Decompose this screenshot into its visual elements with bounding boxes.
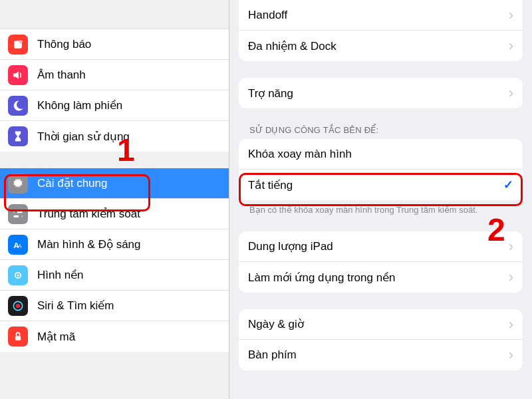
detail-row-multitasking[interactable]: Đa nhiệm & Dock › <box>239 31 523 61</box>
sidebar-item-label: Màn hình & Độ sáng <box>37 237 218 251</box>
sidebar-item-passcode[interactable]: Mật mã <box>0 321 229 352</box>
detail-row-keyboard[interactable]: Bàn phím › <box>239 340 523 370</box>
display-icon: AA <box>8 235 28 255</box>
notifications-icon <box>8 35 28 55</box>
sidebar-item-label: Âm thanh <box>37 68 218 82</box>
side-switch-footer: Bạn có thể khóa xoay màn hình trong Trun… <box>249 205 512 215</box>
svg-point-6 <box>19 214 22 217</box>
sidebar-item-label: Hình nền <box>37 268 218 282</box>
sounds-icon <box>8 65 28 85</box>
side-switch-header: SỬ DỤNG CÔNG TẮC BÊN ĐỂ: <box>249 125 512 135</box>
sidebar-item-label: Không làm phiền <box>37 98 218 112</box>
detail-row-background-refresh[interactable]: Làm mới ứng dụng trong nền › <box>239 262 523 293</box>
wallpaper-icon <box>8 265 28 285</box>
sidebar-group-1: Thông báo Âm thanh Không làm phiền Thời … <box>0 29 229 152</box>
chevron-right-icon: › <box>509 39 513 53</box>
detail-row-accessibility[interactable]: Trợ năng › <box>239 78 523 108</box>
detail-row-label: Tắt tiếng <box>248 178 503 192</box>
sidebar-spacer <box>0 0 229 29</box>
sidebar-item-label: Thông báo <box>37 38 218 51</box>
detail-row-label: Dung lượng iPad <box>248 239 509 253</box>
sidebar-item-general[interactable]: Cài đặt chung <box>0 168 229 199</box>
svg-point-12 <box>16 303 21 308</box>
settings-sidebar: Thông báo Âm thanh Không làm phiền Thời … <box>0 0 229 399</box>
detail-group-side-switch: Khóa xoay màn hình Tắt tiếng ✓ <box>239 139 523 200</box>
svg-text:A: A <box>18 243 22 249</box>
chevron-right-icon: › <box>509 86 513 100</box>
sidebar-item-display[interactable]: AA Màn hình & Độ sáng <box>0 229 229 260</box>
sidebar-item-control-center[interactable]: Trung tâm kiểm soát <box>0 199 229 229</box>
detail-row-handoff[interactable]: Handoff › <box>239 0 523 31</box>
svg-rect-13 <box>15 336 21 340</box>
chevron-right-icon: › <box>509 8 513 23</box>
svg-point-5 <box>14 210 17 213</box>
sidebar-item-label: Siri & Tìm kiếm <box>37 299 218 313</box>
detail-row-lock-rotation[interactable]: Khóa xoay màn hình <box>239 139 523 170</box>
detail-group-handoff: Handoff › Đa nhiệm & Dock › <box>239 0 523 61</box>
general-detail-pane: Handoff › Đa nhiệm & Dock › Trợ năng › S… <box>229 0 532 399</box>
moon-icon <box>8 96 28 116</box>
sidebar-item-screentime[interactable]: Thời gian sử dụng <box>0 121 229 152</box>
sidebar-item-dnd[interactable]: Không làm phiền <box>0 90 229 121</box>
detail-row-datetime[interactable]: Ngày & giờ › <box>239 309 523 340</box>
hourglass-icon <box>8 126 28 146</box>
sidebar-item-siri[interactable]: Siri & Tìm kiếm <box>0 291 229 321</box>
detail-row-label: Khóa xoay màn hình <box>248 148 513 161</box>
detail-row-label: Bàn phím <box>248 348 509 362</box>
detail-row-label: Làm mới ứng dụng trong nền <box>248 271 509 285</box>
checkmark-icon: ✓ <box>503 178 513 192</box>
sidebar-item-label: Mật mã <box>37 330 218 344</box>
detail-row-label: Đa nhiệm & Dock <box>248 39 509 53</box>
detail-row-storage[interactable]: Dung lượng iPad › <box>239 231 523 262</box>
svg-point-1 <box>19 40 23 43</box>
detail-row-mute[interactable]: Tắt tiếng ✓ <box>239 170 523 200</box>
chevron-right-icon: › <box>509 348 513 362</box>
lock-icon <box>8 327 28 346</box>
detail-row-label: Handoff <box>248 9 509 22</box>
toggles-icon <box>8 204 28 224</box>
detail-row-label: Ngày & giờ <box>248 317 509 331</box>
sidebar-item-label: Thời gian sử dụng <box>37 130 218 144</box>
chevron-right-icon: › <box>509 239 513 254</box>
sidebar-item-label: Trung tâm kiểm soát <box>37 207 218 221</box>
sidebar-item-wallpaper[interactable]: Hình nền <box>0 260 229 291</box>
detail-row-label: Trợ năng <box>248 86 509 100</box>
siri-icon <box>8 296 28 316</box>
sidebar-item-sounds[interactable]: Âm thanh <box>0 60 229 90</box>
detail-group-storage: Dung lượng iPad › Làm mới ứng dụng trong… <box>239 231 523 293</box>
gear-icon <box>8 174 28 194</box>
sidebar-group-2: Cài đặt chung Trung tâm kiểm soát AA Màn… <box>0 168 229 352</box>
sidebar-item-notifications[interactable]: Thông báo <box>0 29 229 60</box>
svg-point-10 <box>17 274 19 276</box>
chevron-right-icon: › <box>509 270 513 285</box>
sidebar-item-label: Cài đặt chung <box>37 176 218 190</box>
chevron-right-icon: › <box>509 317 513 332</box>
detail-group-datetime: Ngày & giờ › Bàn phím › <box>239 309 523 370</box>
detail-group-accessibility: Trợ năng › <box>239 78 523 108</box>
